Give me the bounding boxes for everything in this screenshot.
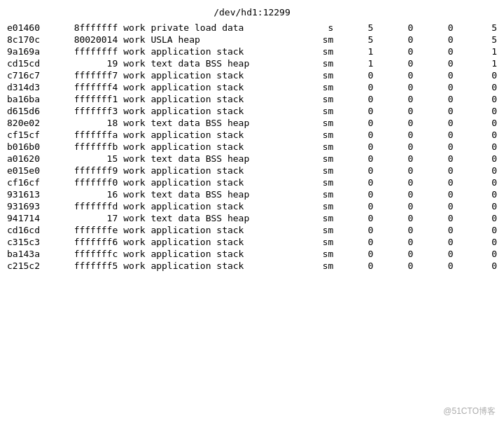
cell-n4: 1 (456, 57, 504, 69)
cell-addr: c716c7 (0, 69, 49, 81)
cell-desc: work application stack (120, 129, 296, 141)
table-row: 931693fffffffdwork application stacksm00… (0, 200, 504, 212)
cell-n3: 0 (416, 129, 456, 141)
cell-n4: 0 (456, 165, 504, 176)
cell-n2: 0 (376, 212, 416, 224)
cell-desc: work application stack (120, 93, 296, 105)
table-row: e015e0fffffff9work application stacksm00… (0, 165, 504, 176)
cell-desc: work application stack (120, 69, 296, 81)
cell-n3: 0 (416, 236, 456, 248)
cell-n4: 0 (456, 176, 504, 188)
cell-desc: work text data BSS heap (120, 117, 296, 129)
cell-n2: 0 (376, 260, 416, 272)
cell-addr: ba16ba (0, 93, 49, 105)
cell-n3: 0 (416, 176, 456, 188)
cell-n2: 0 (376, 117, 416, 129)
cell-n3: 0 (416, 141, 456, 153)
cell-n1: 0 (336, 165, 376, 176)
cell-n2: 0 (376, 57, 416, 69)
cell-type: sm (296, 188, 336, 200)
cell-n4: 0 (456, 188, 504, 200)
cell-type: sm (296, 165, 336, 176)
table-row: 94171417work text data BSS heapsm0000 (0, 212, 504, 224)
cell-addr: 820e02 (0, 117, 49, 129)
table-row: cd16cdfffffffework application stacksm00… (0, 224, 504, 236)
table-row: e014608fffffffwork private load datas500… (0, 22, 504, 34)
cell-offset: fffffff4 (49, 81, 121, 93)
cell-n2: 0 (376, 69, 416, 81)
cell-n4: 0 (456, 260, 504, 272)
cell-n4: 0 (456, 81, 504, 93)
cell-n1: 0 (336, 153, 376, 165)
cell-n2: 0 (376, 153, 416, 165)
table-row: cf15cffffffffawork application stacksm00… (0, 129, 504, 141)
cell-addr: ba143a (0, 248, 49, 260)
cell-n1: 0 (336, 117, 376, 129)
table-row: 8c170c80020014work USLA heapsm5005 (0, 34, 504, 46)
cell-desc: work application stack (120, 200, 296, 212)
cell-desc: work application stack (120, 176, 296, 188)
cell-addr: cf15cf (0, 129, 49, 141)
cell-n2: 0 (376, 81, 416, 93)
cell-n2: 0 (376, 224, 416, 236)
cell-n1: 0 (336, 224, 376, 236)
table-row: cf16cffffffff0work application stacksm00… (0, 176, 504, 188)
cell-offset: fffffff0 (49, 176, 121, 188)
table-row: ba143afffffffcwork application stacksm00… (0, 248, 504, 260)
cell-n3: 0 (416, 248, 456, 260)
cell-n4: 0 (456, 93, 504, 105)
cell-offset: fffffffb (49, 141, 121, 153)
cell-n3: 0 (416, 212, 456, 224)
cell-n4: 5 (456, 34, 504, 46)
cell-type: sm (296, 81, 336, 93)
cell-addr: a01620 (0, 153, 49, 165)
cell-n2: 0 (376, 188, 416, 200)
cell-n3: 0 (416, 105, 456, 117)
cell-type: sm (296, 176, 336, 188)
cell-n3: 0 (416, 93, 456, 105)
cell-desc: work text data BSS heap (120, 188, 296, 200)
cell-n3: 0 (416, 117, 456, 129)
table-row: b016b0fffffffbwork application stacksm00… (0, 141, 504, 153)
cell-n4: 0 (456, 224, 504, 236)
cell-offset: fffffffc (49, 248, 121, 260)
cell-type: sm (296, 34, 336, 46)
cell-addr: 941714 (0, 212, 49, 224)
cell-type: sm (296, 260, 336, 272)
table-row: d615d6fffffff3work application stacksm00… (0, 105, 504, 117)
cell-n1: 0 (336, 260, 376, 272)
cell-n4: 0 (456, 105, 504, 117)
cell-n2: 0 (376, 200, 416, 212)
watermark: @51CTO博客 (443, 405, 496, 417)
cell-n2: 0 (376, 34, 416, 46)
cell-addr: c315c3 (0, 236, 49, 248)
cell-n1: 0 (336, 69, 376, 81)
cell-n2: 0 (376, 129, 416, 141)
cell-n1: 0 (336, 200, 376, 212)
cell-addr: 9a169a (0, 46, 49, 57)
cell-n3: 0 (416, 188, 456, 200)
cell-n1: 0 (336, 105, 376, 117)
cell-desc: work USLA heap (120, 34, 296, 46)
cell-n4: 1 (456, 46, 504, 57)
cell-type: sm (296, 236, 336, 248)
table-row: 93161316work text data BSS heapsm0000 (0, 188, 504, 200)
cell-addr: cd15cd (0, 57, 49, 69)
cell-type: sm (296, 117, 336, 129)
page-header: /dev/hd1:12299 (0, 7, 504, 18)
cell-n3: 0 (416, 153, 456, 165)
cell-n3: 0 (416, 34, 456, 46)
cell-n2: 0 (376, 141, 416, 153)
cell-addr: 8c170c (0, 34, 49, 46)
cell-desc: work text data BSS heap (120, 153, 296, 165)
cell-addr: cf16cf (0, 176, 49, 188)
cell-n1: 0 (336, 212, 376, 224)
cell-n1: 1 (336, 57, 376, 69)
cell-n1: 5 (336, 22, 376, 34)
cell-n4: 0 (456, 200, 504, 212)
cell-n2: 0 (376, 22, 416, 34)
cell-n1: 0 (336, 248, 376, 260)
cell-desc: work application stack (120, 165, 296, 176)
cell-n3: 0 (416, 57, 456, 69)
cell-type: sm (296, 57, 336, 69)
